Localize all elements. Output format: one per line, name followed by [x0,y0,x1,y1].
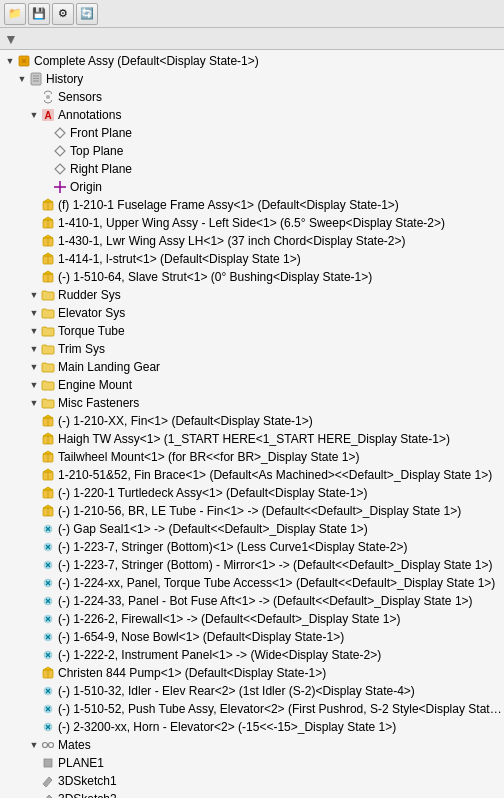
tree-item-label: 1-430-1, Lwr Wing Assy LH<1> (37 inch Ch… [58,233,406,249]
expander-4[interactable] [28,109,40,121]
tree-item-icon [40,683,56,699]
tree-item-icon [40,773,56,789]
tree-item[interactable]: Main Landing Gear [0,358,504,376]
expander-17[interactable] [28,343,40,355]
tree-item[interactable]: (-) 1-220-1 Turtledeck Assy<1> (Default<… [0,484,504,502]
tree-item[interactable]: (-) 1-210-56, BR, LE Tube - Fin<1> -> (D… [0,502,504,520]
tree-item-label: (-) 1-223-7, Stringer (Bottom) - Mirror<… [58,557,493,573]
tree-item-label: (-) 1-224-33, Panel - Bot Fuse Aft<1> ->… [58,593,473,609]
tree-item[interactable]: (-) 1-222-2, Instrument Panel<1> -> (Wid… [0,646,504,664]
tree-item-label: (-) 2-3200-xx, Horn - Elevator<2> (-15<<… [58,719,396,735]
tree-item[interactable]: Misc Fasteners [0,394,504,412]
tree-item[interactable]: 1-430-1, Lwr Wing Assy LH<1> (37 inch Ch… [0,232,504,250]
tree-item-icon [40,701,56,717]
expander-2[interactable] [16,73,28,85]
svg-point-84 [43,743,48,748]
tree-item-label: 1-210-51&52, Fin Brace<1> (Default<As Ma… [58,467,492,483]
tree-item[interactable]: Elevator Sys [0,304,504,322]
tree-item[interactable]: (-) 1-510-64, Slave Strut<1> (0° Bushing… [0,268,504,286]
tree-item[interactable]: Torque Tube [0,322,504,340]
tree-item-label: Complete Assy (Default<Display State-1>) [34,53,259,69]
tree-item[interactable]: Tailwheel Mount<1> (for BR<<for BR>_Disp… [0,448,504,466]
toolbar-btn-1[interactable]: 📁 [4,3,26,25]
filter-icon: ▼ [4,31,18,47]
tree-item[interactable]: Engine Mount [0,376,504,394]
tree-item[interactable]: (-) 1-654-9, Nose Bowl<1> (Default<Displ… [0,628,504,646]
tree-item-label: (-) 1-510-52, Push Tube Assy, Elevator<2… [58,701,502,717]
tree-item-icon [40,359,56,375]
tree-item-label: (-) 1-210-XX, Fin<1> (Default<Display St… [58,413,313,429]
tree-item-icon [40,215,56,231]
tree-item-label: (-) 1-223-7, Stringer (Bottom)<1> (Less … [58,539,407,555]
tree-item[interactable]: Right Plane [0,160,504,178]
expander-14[interactable] [28,289,40,301]
tree-item[interactable]: PLANE1 [0,754,504,772]
tree-item-label: (f) 1-210-1 Fuselage Frame Assy<1> (Defa… [58,197,399,213]
toolbar-btn-4[interactable]: 🔄 [76,3,98,25]
tree-item-icon [40,647,56,663]
tree-item[interactable]: Top Plane [0,142,504,160]
tree-item-label: PLANE1 [58,755,104,771]
tree-item[interactable]: (-) Gap Seal1<1> -> (Default<<Default>_D… [0,520,504,538]
tree-item[interactable]: 1-414-1, l-strut<1> (Default<Display Sta… [0,250,504,268]
expander-16[interactable] [28,325,40,337]
tree-item[interactable]: 3DSketch2 [0,790,504,798]
svg-marker-34 [43,433,53,436]
svg-rect-87 [44,759,52,767]
tree-item-icon [40,503,56,519]
tree-item-icon [40,413,56,429]
tree-container[interactable]: Complete Assy (Default<Display State-1>)… [0,50,504,798]
svg-text:A: A [44,110,51,121]
tree-item[interactable]: (-) 1-223-7, Stringer (Bottom)<1> (Less … [0,538,504,556]
tree-item[interactable]: (-) 1-226-2, Firewall<1> -> (Default<<De… [0,610,504,628]
tree-item[interactable]: 1-410-1, Upper Wing Assy - Left Side<1> … [0,214,504,232]
svg-marker-73 [43,667,53,670]
tree-item-label: 1-410-1, Upper Wing Assy - Left Side<1> … [58,215,445,231]
toolbar-btn-2[interactable]: 💾 [28,3,50,25]
tree-item-label: Annotations [58,107,121,123]
tree-item-label: (-) 1-510-64, Slave Strut<1> (0° Bushing… [58,269,372,285]
tree-item[interactable]: 3DSketch1 [0,772,504,790]
tree-item[interactable]: (-) 1-223-7, Stringer (Bottom) - Mirror<… [0,556,504,574]
expander-18[interactable] [28,361,40,373]
tree-item-label: Tailwheel Mount<1> (for BR<<for BR>_Disp… [58,449,360,465]
tree-item[interactable]: Complete Assy (Default<Display State-1>) [0,52,504,70]
tree-item-label: History [46,71,83,87]
tree-item-icon [40,305,56,321]
app-window: 📁 💾 ⚙ 🔄 ▼ Complete Assy (Default<Display… [0,0,504,798]
tree-item[interactable]: (-) 1-510-52, Push Tube Assy, Elevator<2… [0,700,504,718]
expander-15[interactable] [28,307,40,319]
tree-item[interactable]: (-) 1-224-33, Panel - Bot Fuse Aft<1> ->… [0,592,504,610]
tree-item[interactable]: Haigh TW Assy<1> (1_START HERE<1_START H… [0,430,504,448]
tree-item-icon [40,557,56,573]
tree-item[interactable]: Rudder Sys [0,286,504,304]
tree-item-icon [40,755,56,771]
tree-item-label: (-) 1-224-xx, Panel, Torque Tube Access<… [58,575,495,591]
expander-39[interactable] [28,739,40,751]
tree-item[interactable]: (-) 1-510-32, Idler - Elev Rear<2> (1st … [0,682,504,700]
svg-point-7 [46,95,50,99]
tree-item[interactable]: Mates [0,736,504,754]
tree-item-icon [40,665,56,681]
tree-item-label: (-) 1-226-2, Firewall<1> -> (Default<<De… [58,611,401,627]
tree-item[interactable]: Front Plane [0,124,504,142]
tree-item[interactable]: Christen 844 Pump<1> (Default<Display St… [0,664,504,682]
tree-item[interactable]: Trim Sys [0,340,504,358]
tree-item[interactable]: 1-210-51&52, Fin Brace<1> (Default<As Ma… [0,466,504,484]
tree-item-icon [40,287,56,303]
expander-19[interactable] [28,379,40,391]
expander-20[interactable] [28,397,40,409]
tree-item[interactable]: (-) 2-3200-xx, Horn - Elevator<2> (-15<<… [0,718,504,736]
tree-item[interactable]: (-) 1-210-XX, Fin<1> (Default<Display St… [0,412,504,430]
tree-item-label: 3DSketch2 [58,791,117,798]
svg-point-85 [49,743,54,748]
tree-item[interactable]: (-) 1-224-xx, Panel, Torque Tube Access<… [0,574,504,592]
tree-item[interactable]: Origin [0,178,504,196]
tree-item[interactable]: Sensors [0,88,504,106]
expander-1[interactable] [4,55,16,67]
tree-item[interactable]: (f) 1-210-1 Fuselage Frame Assy<1> (Defa… [0,196,504,214]
svg-marker-10 [55,128,65,138]
tree-item[interactable]: AAnnotations [0,106,504,124]
toolbar-btn-3[interactable]: ⚙ [52,3,74,25]
tree-item[interactable]: History [0,70,504,88]
